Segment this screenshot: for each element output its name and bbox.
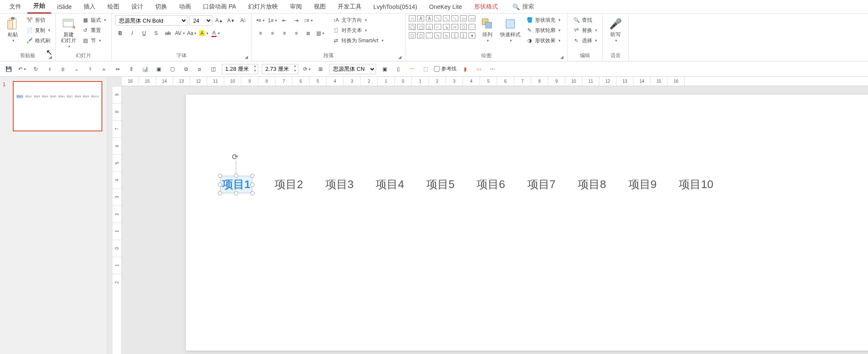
align-center-button[interactable]: ≡ <box>267 28 278 38</box>
italic-button[interactable]: I <box>127 28 137 38</box>
bullets-button[interactable]: •≡ <box>255 15 266 26</box>
bold-button[interactable]: B <box>115 28 125 38</box>
align-top[interactable]: ⫠ <box>72 64 82 74</box>
ungroup-btn[interactable]: ⧈ <box>194 64 205 74</box>
columns-button[interactable]: ▥ <box>315 28 325 38</box>
align-to-slide[interactable]: ⊞ <box>315 64 326 74</box>
qat-btn-c[interactable]: 〰 <box>407 64 417 74</box>
shape-l[interactable]: ⌐ <box>434 24 441 30</box>
handle-tr[interactable] <box>250 174 255 178</box>
grow-font-button[interactable]: A▲ <box>214 15 224 26</box>
font-name-select[interactable]: 思源黑体 CN Bold <box>115 15 188 26</box>
height-down[interactable]: ▼ <box>292 69 298 74</box>
tab-shape-format[interactable]: 形状格式 <box>468 0 504 13</box>
font-launcher[interactable]: ◢ <box>245 55 248 59</box>
find-button[interactable]: 🔍查找 <box>571 15 599 25</box>
shape-line[interactable]: ＼ <box>434 15 441 21</box>
bring-front[interactable]: ▣ <box>153 64 164 74</box>
drawing-launcher[interactable]: ◢ <box>560 55 564 59</box>
arrange-button[interactable]: 排列 <box>478 15 497 44</box>
shape-item-5[interactable]: 项目5 <box>426 177 454 192</box>
slides-panel[interactable]: 1 项目1项目2项目3项目4项目5项目6项目7项目8项目9项目10 <box>0 77 107 354</box>
clipboard-launcher[interactable]: ◢ <box>49 55 52 59</box>
tab-draw[interactable]: 绘图 <box>101 0 125 13</box>
height-spinner[interactable]: ▲▼ <box>262 64 298 74</box>
shape-line2[interactable]: ＼ <box>443 15 450 21</box>
shape-item-6[interactable]: 项目6 <box>477 177 505 192</box>
underline-button[interactable]: U <box>139 28 149 38</box>
tab-view[interactable]: 视图 <box>308 0 332 13</box>
height-up[interactable]: ▲ <box>292 64 298 69</box>
tab-insert[interactable]: 插入 <box>78 0 101 13</box>
tab-file[interactable]: 文件 <box>3 0 27 13</box>
shape-item-9[interactable]: 项目9 <box>628 177 657 192</box>
crop-btn[interactable]: ◫ <box>208 64 218 74</box>
align-left-button[interactable]: ≡ <box>255 28 266 38</box>
handle-r[interactable] <box>250 183 255 187</box>
shape-item-2[interactable]: 项目2 <box>275 177 303 192</box>
shrink-font-button[interactable]: A▼ <box>226 15 236 26</box>
tab-design[interactable]: 设计 <box>125 0 149 13</box>
width-up[interactable]: ▲ <box>252 64 258 69</box>
qat-btn-b[interactable]: ▯ <box>393 64 403 74</box>
qat-btn-d[interactable]: ⬚ <box>420 64 431 74</box>
shape-brace[interactable]: { <box>451 32 458 38</box>
copy-button[interactable]: 📄复制 <box>24 26 52 35</box>
paragraph-launcher[interactable]: ◢ <box>398 55 402 59</box>
shape-item-1[interactable]: 项目1 ⟳ <box>220 176 252 193</box>
shape-curve2[interactable]: ∿ <box>443 32 450 38</box>
slide-thumbnail-1[interactable]: 项目1项目2项目3项目4项目5项目6项目7项目8项目9项目10 <box>13 81 102 131</box>
cut-button[interactable]: ✂️剪切 <box>24 15 52 25</box>
shape-flow3[interactable]: ⌒ <box>426 32 433 38</box>
shape-expand[interactable]: ▾ <box>469 32 475 38</box>
shape-item-7[interactable]: 项目7 <box>527 177 556 192</box>
shape-textbox-v[interactable]: A <box>426 15 433 21</box>
font-color-button[interactable]: A <box>211 28 221 38</box>
shape-item-10[interactable]: 项目10 <box>679 177 713 192</box>
handle-b[interactable] <box>234 191 238 195</box>
guides-check[interactable] <box>434 66 440 72</box>
save-button[interactable]: 💾 <box>3 64 14 74</box>
shape-effects-button[interactable]: ◑形状效果 <box>524 36 562 45</box>
shape-more1[interactable]: ▭ <box>469 15 475 21</box>
shape-outline-button[interactable]: ✎形状轮廓 <box>524 26 562 35</box>
height-input[interactable] <box>262 64 292 74</box>
shape-hex[interactable]: ⬡ <box>460 24 467 30</box>
width-down[interactable]: ▼ <box>252 69 258 74</box>
shape-flow1[interactable]: ⬠ <box>409 32 416 38</box>
rotate-btn[interactable]: ⟳ <box>302 64 312 74</box>
tab-lvyh[interactable]: LvyhTools(0514) <box>367 1 423 13</box>
paste-button[interactable]: 粘贴 <box>3 15 22 44</box>
char-spacing-button[interactable]: AV <box>175 28 185 38</box>
shape-brace2[interactable]: } <box>460 32 467 38</box>
handle-br[interactable] <box>250 191 255 195</box>
tab-animation[interactable]: 动画 <box>173 0 197 13</box>
shape-line3[interactable]: ＼ <box>451 15 458 21</box>
shape-textbox[interactable]: A <box>417 15 424 21</box>
qat-btn-a[interactable]: ▣ <box>379 64 390 74</box>
ruler-vertical[interactable]: 987654321012 <box>113 86 122 354</box>
shape-rect[interactable]: ▭ <box>460 15 467 21</box>
clear-format-button[interactable]: A⃠ <box>238 15 248 26</box>
new-slide-button[interactable]: ✦ 新建 幻灯片 <box>59 15 78 50</box>
qat-btn-1[interactable]: ⫴ <box>44 64 55 74</box>
qat-btn-e[interactable]: ▮ <box>460 64 470 74</box>
justify-button[interactable]: ≡ <box>291 28 301 38</box>
shapes-gallery[interactable]: ☆AA＼＼＼▭▭ ◯▢△⌐↘⇨⬡⋯ ⬠⬡⌒∿∿{}▾ <box>409 15 476 40</box>
align-bottom[interactable]: ⫨ <box>99 64 109 74</box>
tab-home[interactable]: 开始 <box>27 0 51 14</box>
dictate-button[interactable]: 🎤听写 <box>606 15 625 44</box>
layout-button[interactable]: ▦版式 <box>80 15 108 25</box>
distribute-h[interactable]: ⇔ <box>113 64 123 74</box>
redo-button[interactable]: ↻ <box>31 64 41 74</box>
line-spacing-button[interactable]: ↕≡ <box>303 15 313 26</box>
shape-arrow[interactable]: ↘ <box>443 24 450 30</box>
numbering-button[interactable]: 1≡ <box>267 15 278 26</box>
shape-more2[interactable]: ⋯ <box>469 24 475 30</box>
smartart-button[interactable]: ⇄转换为 SmartArt <box>330 36 385 45</box>
tab-islide[interactable]: iSlide <box>51 1 78 13</box>
handle-tl[interactable] <box>218 174 222 178</box>
chart-btn[interactable]: 📊 <box>140 64 150 74</box>
select-button[interactable]: ↖选择 <box>571 36 599 45</box>
tab-developer[interactable]: 开发工具 <box>332 0 367 13</box>
